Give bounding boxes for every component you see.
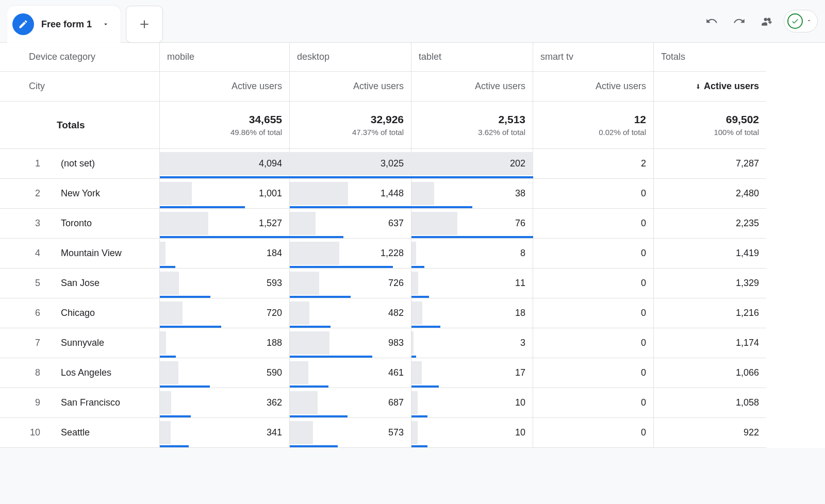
add-tab-button[interactable] [126,6,163,43]
status-pill[interactable] [784,10,818,32]
cell-desktop[interactable]: 1,228 [290,239,411,268]
column-desktop-header[interactable]: desktop [290,43,411,72]
cell-desktop[interactable]: 637 [290,209,411,239]
cell-total[interactable]: 1,419 [654,239,766,268]
city-name: (not set) [61,158,95,169]
cell-smarttv[interactable]: 0 [533,298,654,328]
city-name: Mountain View [61,248,122,259]
city-name: Chicago [61,308,95,318]
city-cell[interactable]: 7 Sunnyvale [0,328,160,358]
row-index: 8 [29,367,40,378]
metric-header-desktop[interactable]: Active users [290,72,411,102]
cell-desktop[interactable]: 573 [290,418,411,448]
cell-desktop[interactable]: 1,448 [290,179,411,209]
city-name: San Francisco [61,397,120,408]
city-cell[interactable]: 6 Chicago [0,298,160,328]
cell-smarttv[interactable]: 0 [533,268,654,298]
check-icon [787,13,803,29]
totals-tablet-cell: 2,513 3.62% of total [411,102,533,149]
totals-mobile-cell: 34,655 49.86% of total [160,102,290,149]
city-cell[interactable]: 3 Toronto [0,209,160,239]
cell-tablet[interactable]: 38 [411,179,533,209]
cell-mobile[interactable]: 720 [160,298,290,328]
cell-desktop[interactable]: 461 [290,358,411,388]
cell-desktop[interactable]: 687 [290,388,411,418]
cell-desktop[interactable]: 983 [290,328,411,358]
city-name: New York [61,188,100,199]
pencil-icon [12,13,34,35]
exploration-tab[interactable]: Free form 1 [7,6,121,43]
column-smarttv-header[interactable]: smart tv [533,43,654,72]
cell-mobile[interactable]: 188 [160,328,290,358]
cell-mobile[interactable]: 362 [160,388,290,418]
cell-smarttv[interactable]: 2 [533,149,654,179]
row-dimension-header[interactable]: City [0,72,160,102]
cell-total[interactable]: 922 [654,418,766,448]
city-cell[interactable]: 1 (not set) [0,149,160,179]
cell-total[interactable]: 1,216 [654,298,766,328]
row-index: 10 [29,427,40,438]
cell-tablet[interactable]: 18 [411,298,533,328]
metric-header-mobile[interactable]: Active users [160,72,290,102]
share-button[interactable] [756,10,779,32]
cell-mobile[interactable]: 184 [160,239,290,268]
city-name: San Jose [61,278,100,289]
metric-header-smarttv[interactable]: Active users [533,72,654,102]
cell-smarttv[interactable]: 0 [533,388,654,418]
caret-down-icon[interactable] [99,21,112,28]
city-cell[interactable]: 5 San Jose [0,268,160,298]
cell-smarttv[interactable]: 0 [533,358,654,388]
row-index: 6 [29,308,40,318]
cell-tablet[interactable]: 76 [411,209,533,239]
redo-button[interactable] [728,10,751,32]
city-cell[interactable]: 2 New York [0,179,160,209]
cell-smarttv[interactable]: 0 [533,328,654,358]
cell-total[interactable]: 7,287 [654,149,766,179]
cell-tablet[interactable]: 10 [411,388,533,418]
column-totals-header[interactable]: Totals [654,43,766,72]
row-index: 2 [29,188,40,199]
row-index: 3 [29,218,40,229]
cell-total[interactable]: 2,480 [654,179,766,209]
cell-tablet[interactable]: 11 [411,268,533,298]
city-cell[interactable]: 4 Mountain View [0,239,160,268]
city-cell[interactable]: 8 Los Angeles [0,358,160,388]
cell-mobile[interactable]: 1,527 [160,209,290,239]
cell-mobile[interactable]: 1,001 [160,179,290,209]
city-cell[interactable]: 9 San Francisco [0,388,160,418]
column-tablet-header[interactable]: tablet [411,43,533,72]
city-name: Sunnyvale [61,338,104,348]
cell-smarttv[interactable]: 0 [533,239,654,268]
city-cell[interactable]: 10 Seattle [0,418,160,448]
cell-tablet[interactable]: 10 [411,418,533,448]
row-index: 5 [29,278,40,289]
column-mobile-header[interactable]: mobile [160,43,290,72]
cell-smarttv[interactable]: 0 [533,179,654,209]
cell-desktop[interactable]: 482 [290,298,411,328]
city-name: Toronto [61,218,92,229]
metric-header-tablet[interactable]: Active users [411,72,533,102]
cell-desktop[interactable]: 3,025 [290,149,411,179]
cell-smarttv[interactable]: 0 [533,418,654,448]
cell-total[interactable]: 1,058 [654,388,766,418]
city-name: Los Angeles [61,367,111,378]
cell-mobile[interactable]: 590 [160,358,290,388]
cell-tablet[interactable]: 3 [411,328,533,358]
cell-mobile[interactable]: 341 [160,418,290,448]
column-dimension-header[interactable]: Device category [0,43,160,72]
cell-total[interactable]: 2,235 [654,209,766,239]
cell-total[interactable]: 1,066 [654,358,766,388]
sort-column-header[interactable]: Active users [654,72,766,102]
totals-label-cell: Totals [0,102,160,149]
cell-mobile[interactable]: 4,094 [160,149,290,179]
cell-smarttv[interactable]: 0 [533,209,654,239]
cell-tablet[interactable]: 17 [411,358,533,388]
undo-button[interactable] [700,10,723,32]
cell-mobile[interactable]: 593 [160,268,290,298]
cell-desktop[interactable]: 726 [290,268,411,298]
cell-total[interactable]: 1,329 [654,268,766,298]
totals-desktop-cell: 32,926 47.37% of total [290,102,411,149]
cell-tablet[interactable]: 202 [411,149,533,179]
cell-total[interactable]: 1,174 [654,328,766,358]
cell-tablet[interactable]: 8 [411,239,533,268]
